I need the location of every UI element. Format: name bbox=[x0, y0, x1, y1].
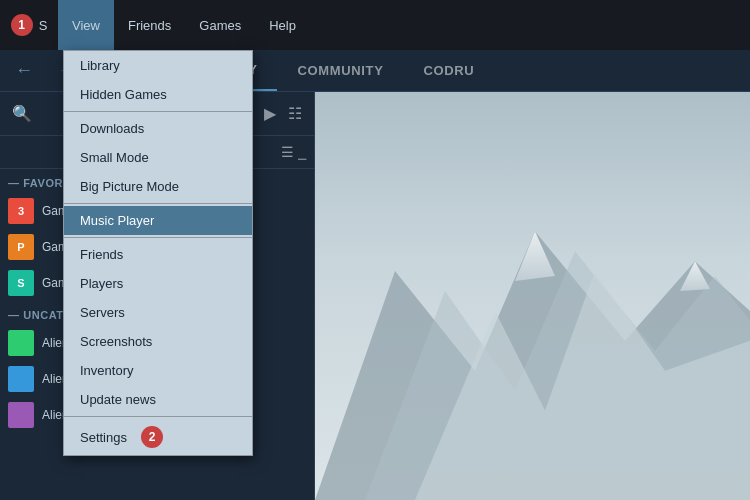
menu-item-settings[interactable]: Settings 2 bbox=[64, 419, 252, 455]
menu-item-big-picture-label: Big Picture Mode bbox=[80, 179, 179, 194]
menu-item-update-news-label: Update news bbox=[80, 392, 156, 407]
menu-item-players-label: Players bbox=[80, 276, 123, 291]
divider-3 bbox=[64, 237, 252, 238]
menu-item-downloads-label: Downloads bbox=[80, 121, 144, 136]
menu-item-music-player[interactable]: Music Player bbox=[64, 206, 252, 235]
menu-item-small-mode-label: Small Mode bbox=[80, 150, 149, 165]
menu-item-small-mode[interactable]: Small Mode bbox=[64, 143, 252, 172]
menu-item-music-player-label: Music Player bbox=[80, 213, 154, 228]
badge-2: 2 bbox=[141, 426, 163, 448]
menu-item-screenshots[interactable]: Screenshots bbox=[64, 327, 252, 356]
menu-item-big-picture[interactable]: Big Picture Mode bbox=[64, 172, 252, 201]
divider-4 bbox=[64, 416, 252, 417]
dropdown-overlay: Library Hidden Games Downloads Small Mod… bbox=[0, 0, 750, 500]
menu-item-settings-label: Settings bbox=[80, 430, 127, 445]
menu-item-players[interactable]: Players bbox=[64, 269, 252, 298]
dropdown-menu: Library Hidden Games Downloads Small Mod… bbox=[63, 50, 253, 456]
menu-item-hidden-games[interactable]: Hidden Games bbox=[64, 80, 252, 109]
menu-item-friends-label: Friends bbox=[80, 247, 123, 262]
menu-item-inventory[interactable]: Inventory bbox=[64, 356, 252, 385]
divider-2 bbox=[64, 203, 252, 204]
menu-item-library[interactable]: Library bbox=[64, 51, 252, 80]
menu-item-library-label: Library bbox=[80, 58, 120, 73]
menu-item-servers[interactable]: Servers bbox=[64, 298, 252, 327]
menu-item-downloads[interactable]: Downloads bbox=[64, 114, 252, 143]
divider-1 bbox=[64, 111, 252, 112]
menu-item-hidden-games-label: Hidden Games bbox=[80, 87, 167, 102]
menu-item-servers-label: Servers bbox=[80, 305, 125, 320]
menu-item-screenshots-label: Screenshots bbox=[80, 334, 152, 349]
menu-item-update-news[interactable]: Update news bbox=[64, 385, 252, 414]
menu-item-inventory-label: Inventory bbox=[80, 363, 133, 378]
menu-item-friends[interactable]: Friends bbox=[64, 240, 252, 269]
